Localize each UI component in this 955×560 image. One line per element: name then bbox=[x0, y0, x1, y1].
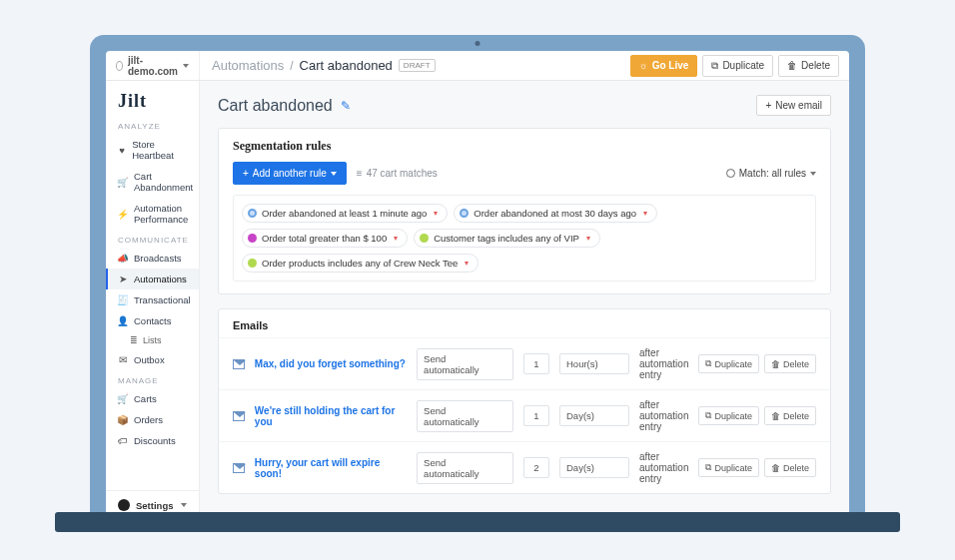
rule-dot-icon bbox=[248, 234, 257, 243]
send-mode-select[interactable]: Send automatically bbox=[417, 452, 513, 484]
rules-box: Order abandoned at least 1 minute ago ▾ … bbox=[233, 195, 816, 281]
segmentation-card: Segmentation rules + Add another rule ≡ bbox=[218, 128, 831, 294]
delay-qty-select[interactable]: 1 bbox=[523, 353, 549, 374]
email-subject-link[interactable]: Hurry, your cart will expire soon! bbox=[255, 457, 407, 479]
rule-chip[interactable]: Order total greater than $ 100 ▾ bbox=[242, 229, 408, 248]
match-mode-select[interactable]: Match: all rules bbox=[726, 168, 816, 179]
delay-unit-select[interactable]: Day(s) bbox=[559, 405, 629, 426]
sidebar-item-lists[interactable]: ≣ Lists bbox=[106, 331, 199, 349]
domain-switcher[interactable]: jilt-demo.com bbox=[106, 51, 200, 80]
sidebar-section-analyze: ANALYZE bbox=[106, 116, 199, 134]
topbar: jilt-demo.com Automations / Cart abandon… bbox=[106, 51, 849, 81]
content: Cart abandoned ✎ + New email Segmentatio… bbox=[200, 81, 849, 519]
copy-icon: ⧉ bbox=[705, 358, 711, 369]
chevron-down-icon: ▾ bbox=[434, 209, 438, 218]
sidebar-item-cart-abandonment[interactable]: 🛒 Cart Abandonment bbox=[106, 166, 199, 198]
sidebar-item-orders[interactable]: 📦 Orders bbox=[106, 409, 199, 430]
delete-button[interactable]: 🗑Delete bbox=[764, 458, 816, 477]
box-icon: 📦 bbox=[118, 415, 128, 425]
bolt-icon: ⚡ bbox=[118, 209, 128, 219]
email-subject-link[interactable]: Max, did you forget something? bbox=[255, 358, 407, 369]
status-badge: DRAFT bbox=[399, 59, 436, 72]
trash-icon: 🗑 bbox=[771, 463, 780, 473]
delete-button[interactable]: 🗑 Delete bbox=[778, 55, 839, 77]
trash-icon: 🗑 bbox=[771, 359, 780, 369]
sidebar-item-discounts[interactable]: 🏷 Discounts bbox=[106, 430, 199, 451]
email-subject-link[interactable]: We're still holding the cart for you bbox=[255, 405, 407, 427]
sidebar-section-communicate: COMMUNICATE bbox=[106, 230, 199, 248]
segmentation-toolbar: + Add another rule ≡ 47 cart matches bbox=[219, 162, 830, 195]
email-row: Hurry, your cart will expire soon! Send … bbox=[219, 441, 830, 493]
delay-qty-select[interactable]: 1 bbox=[523, 405, 549, 426]
after-text: after automation entry bbox=[639, 399, 688, 432]
delay-unit-select[interactable]: Day(s) bbox=[559, 457, 629, 478]
envelope-icon bbox=[233, 359, 245, 369]
delay-unit-select[interactable]: Hour(s) bbox=[559, 353, 629, 374]
copy-icon: ⧉ bbox=[705, 462, 711, 473]
gear-icon bbox=[726, 169, 735, 178]
main-flex: Jilt ANALYZE ♥ Store Heartbeat 🛒 Cart Ab… bbox=[106, 81, 849, 519]
sidebar-item-carts[interactable]: 🛒 Carts bbox=[106, 388, 199, 409]
after-text: after automation entry bbox=[639, 451, 688, 484]
add-rule-button[interactable]: + Add another rule bbox=[233, 162, 347, 185]
send-mode-select[interactable]: Send automatically bbox=[417, 400, 513, 432]
chevron-down-icon: ▾ bbox=[643, 209, 647, 218]
segmentation-title: Segmentation rules bbox=[233, 139, 816, 154]
copy-icon: ⧉ bbox=[705, 410, 711, 421]
rule-dot-icon bbox=[248, 209, 257, 218]
plus-icon: + bbox=[765, 100, 771, 111]
duplicate-button[interactable]: ⧉ Duplicate bbox=[702, 55, 773, 77]
logo: Jilt bbox=[106, 81, 199, 116]
new-email-button[interactable]: + New email bbox=[756, 95, 831, 116]
rule-chip[interactable]: Order products includes any of Crew Neck… bbox=[242, 254, 478, 273]
sidebar-item-transactional[interactable]: 🧾 Transactional bbox=[106, 289, 199, 310]
trash-icon: 🗑 bbox=[771, 411, 780, 421]
chevron-down-icon: ▾ bbox=[465, 259, 469, 268]
sidebar-item-automation-performance[interactable]: ⚡ Automation Performance bbox=[106, 198, 199, 230]
rule-dot-icon bbox=[420, 234, 429, 243]
duplicate-button[interactable]: ⧉Duplicate bbox=[698, 354, 759, 373]
edit-icon[interactable]: ✎ bbox=[341, 99, 351, 113]
outbox-icon: ✉ bbox=[118, 355, 128, 365]
chevron-down-icon bbox=[331, 172, 337, 176]
avatar bbox=[118, 499, 130, 511]
delete-button[interactable]: 🗑Delete bbox=[764, 406, 816, 425]
domain-label: jilt-demo.com bbox=[128, 55, 178, 77]
topbar-actions: ☼ Go Live ⧉ Duplicate 🗑 Delete bbox=[630, 55, 849, 77]
rule-chip[interactable]: Customer tags includes any of VIP ▾ bbox=[414, 229, 600, 248]
duplicate-button[interactable]: ⧉Duplicate bbox=[698, 406, 759, 425]
breadcrumb-root[interactable]: Automations bbox=[212, 58, 284, 73]
send-icon: ➤ bbox=[118, 275, 128, 284]
rule-chip[interactable]: Order abandoned at most 30 days ago ▾ bbox=[454, 204, 657, 223]
emails-card: Emails Max, did you forget something? Se… bbox=[218, 308, 831, 494]
sidebar-item-store-heartbeat[interactable]: ♥ Store Heartbeat bbox=[106, 134, 199, 166]
chevron-down-icon bbox=[183, 64, 189, 68]
go-live-button[interactable]: ☼ Go Live bbox=[630, 55, 698, 77]
send-mode-select[interactable]: Send automatically bbox=[417, 348, 513, 380]
after-text: after automation entry bbox=[639, 347, 688, 380]
globe-icon bbox=[116, 61, 123, 71]
sidebar-item-broadcasts[interactable]: 📣 Broadcasts bbox=[106, 248, 199, 269]
row-actions: ⧉Duplicate 🗑Delete bbox=[698, 406, 816, 425]
trash-icon: 🗑 bbox=[787, 60, 797, 71]
breadcrumb-current: Cart abandoned bbox=[300, 58, 393, 73]
rule-dot-icon bbox=[460, 209, 469, 218]
row-actions: ⧉Duplicate 🗑Delete bbox=[698, 354, 816, 373]
heartbeat-icon: ♥ bbox=[118, 145, 126, 155]
sidebar-item-automations[interactable]: ➤ Automations bbox=[106, 269, 199, 289]
duplicate-button[interactable]: ⧉Duplicate bbox=[698, 458, 759, 477]
segmentation-header: Segmentation rules bbox=[219, 129, 830, 162]
sidebar-item-contacts[interactable]: 👤 Contacts bbox=[106, 310, 199, 331]
delete-button[interactable]: 🗑Delete bbox=[764, 354, 816, 373]
plus-icon: + bbox=[243, 168, 249, 179]
device-frame: jilt-demo.com Automations / Cart abandon… bbox=[90, 35, 865, 519]
page-title: Cart abandoned ✎ bbox=[218, 97, 351, 115]
device-base bbox=[55, 512, 900, 532]
breadcrumb-sep: / bbox=[290, 59, 293, 73]
rule-chip[interactable]: Order abandoned at least 1 minute ago ▾ bbox=[242, 204, 448, 223]
copy-icon: ⧉ bbox=[711, 60, 718, 72]
sidebar-item-outbox[interactable]: ✉ Outbox bbox=[106, 349, 199, 370]
broadcast-icon: 📣 bbox=[118, 254, 128, 264]
delay-qty-select[interactable]: 2 bbox=[523, 457, 549, 478]
emails-header: Emails bbox=[219, 309, 830, 337]
